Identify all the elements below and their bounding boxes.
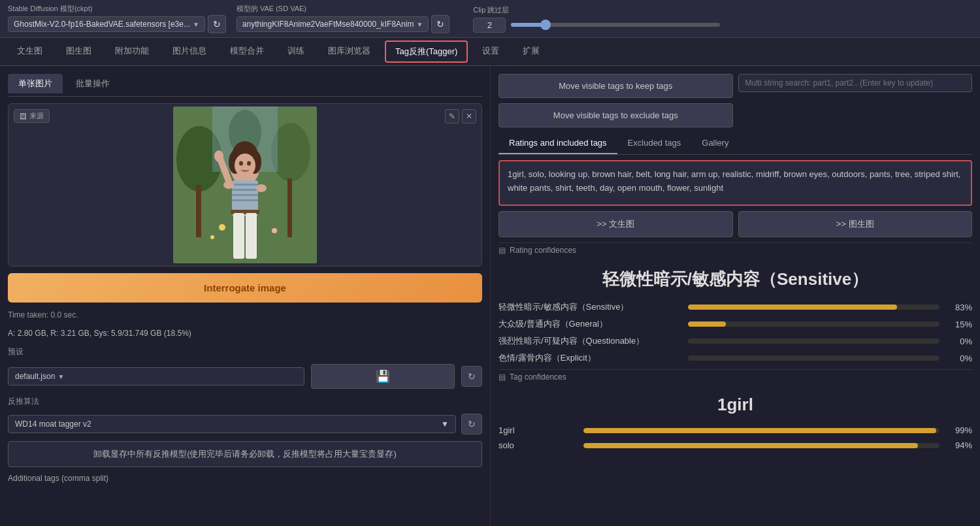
- search-input[interactable]: [738, 74, 973, 92]
- tag-conf-value-1girl: 99%: [946, 425, 972, 435]
- refresh-preset-btn[interactable]: ↻: [461, 366, 482, 387]
- vae-model-refresh-btn[interactable]: ↻: [431, 15, 449, 33]
- save-preset-btn[interactable]: 💾: [311, 364, 455, 389]
- interrogate-btn[interactable]: Interrogate image: [8, 273, 482, 303]
- tag-conf-track-1girl: [583, 428, 939, 433]
- search-col: [738, 74, 973, 92]
- tag-conf-1girl: 1girl 99%: [498, 425, 972, 435]
- clip-value[interactable]: 2: [473, 18, 506, 33]
- rating-track-explicit: [688, 355, 939, 361]
- rating-value-questionable: 0%: [946, 337, 972, 346]
- tab-pnginfo[interactable]: 图片信息: [161, 39, 218, 65]
- tags-tab-excluded[interactable]: Excluded tags: [617, 133, 692, 154]
- preset-row: default.json ▼ 💾 ↻: [8, 364, 482, 389]
- unload-btn[interactable]: 卸载显存中所有反推模型(使用完毕后请务必卸载，反推模型将占用大量宝贵显存): [8, 441, 482, 467]
- top-actions-row: Move visible tags to keep tags Move visi…: [498, 74, 972, 127]
- girl-svg: [173, 107, 317, 263]
- tab-gallery[interactable]: 图库浏览器: [316, 39, 382, 65]
- tags-content-box[interactable]: 1girl, solo, looking up, brown hair, bel…: [498, 160, 972, 206]
- sd-model-select[interactable]: GhostMix-V2.0-fp16-BakedVAE.safetensors …: [8, 16, 205, 32]
- tab-train[interactable]: 训练: [276, 39, 316, 65]
- vae-model-select[interactable]: anythingKIF8Anime2VaeFtMse840000_kIF8Ani…: [237, 16, 429, 32]
- image-controls: ✎ ✕: [445, 109, 476, 123]
- svg-rect-17: [232, 194, 258, 196]
- rating-label-questionable: 强烈性暗示/可疑内容（Questionable）: [498, 335, 681, 347]
- svg-rect-18: [232, 199, 258, 201]
- image-edit-btn[interactable]: ✎: [445, 109, 459, 123]
- rating-value-general: 15%: [946, 320, 972, 329]
- rating-confidences-header: ▤ Rating confidences: [498, 242, 972, 257]
- tab-tagger[interactable]: Tag反推(Tagger): [385, 41, 468, 63]
- svg-point-28: [210, 235, 214, 239]
- move-exclude-btn[interactable]: Move visible tags to exclude tags: [498, 103, 733, 127]
- to-prompt-btns: >> 文生图 >> 图生图: [498, 211, 972, 237]
- sd-model-section: Stable Diffusion 模型(ckpt) GhostMix-V2.0-…: [8, 4, 226, 33]
- nav-tabs: 文生图 图生图 附加功能 图片信息 模型合并 训练 图库浏览器 Tag反推(Ta…: [0, 38, 980, 66]
- svg-point-26: [219, 224, 225, 231]
- rating-value-explicit: 0%: [946, 353, 972, 363]
- main-content: 单张图片 批量操作 🖼 来源 ✎ ✕: [0, 66, 980, 526]
- tag-conf-bars: 1girl 99% solo 94%: [498, 425, 972, 450]
- tag-conf-label-solo: solo: [498, 440, 577, 450]
- rating-fill-general: [688, 321, 726, 327]
- svg-point-24: [214, 150, 223, 162]
- tag-section-icon: ▤: [498, 372, 506, 382]
- image-area[interactable]: 🖼 来源 ✎ ✕: [8, 103, 482, 267]
- rating-track-general: [688, 321, 939, 327]
- rating-title: 轻微性暗示/敏感内容（Sensitive）: [498, 263, 972, 296]
- move-keep-btn[interactable]: Move visible tags to keep tags: [498, 74, 733, 98]
- tag-confidence-title: 1girl: [498, 389, 972, 420]
- rating-label-general: 大众级/普通内容（General）: [498, 318, 681, 330]
- memory-info: A: 2.80 GB, R: 3.21 GB, Sys: 5.9/31.749 …: [8, 327, 482, 339]
- clip-slider-thumb[interactable]: [540, 20, 551, 30]
- preset-select[interactable]: default.json ▼: [8, 367, 304, 386]
- sd-model-label: Stable Diffusion 模型(ckpt): [8, 4, 226, 14]
- tab-settings[interactable]: 设置: [470, 39, 511, 65]
- image-icon: 🖼: [20, 112, 27, 120]
- sub-tabs: 单张图片 批量操作: [8, 74, 482, 97]
- tag-conf-fill-1girl: [583, 428, 936, 433]
- rating-bar-questionable: 强烈性暗示/可疑内容（Questionable） 0%: [498, 335, 972, 347]
- vae-model-row: anythingKIF8Anime2VaeFtMse840000_kIF8Ani…: [237, 15, 450, 33]
- tags-tab-gallery[interactable]: Gallery: [691, 133, 739, 154]
- clip-label: Clip 跳过层: [473, 5, 720, 15]
- sd-model-arrow-icon: ▼: [193, 21, 199, 28]
- svg-rect-21: [246, 213, 257, 259]
- tag-confidences-header: ▤ Tag confidences: [498, 369, 972, 384]
- sd-model-refresh-btn[interactable]: ↻: [208, 15, 226, 33]
- vae-model-arrow-icon: ▼: [416, 21, 423, 28]
- to-img2img-btn[interactable]: >> 图生图: [738, 211, 973, 237]
- tag-confidences-label: Tag confidences: [510, 372, 566, 382]
- tags-text: 1girl, solo, looking up, brown hair, bel…: [508, 169, 960, 193]
- clip-slider-track[interactable]: [511, 23, 720, 27]
- image-close-btn[interactable]: ✕: [462, 109, 476, 123]
- rating-track-sensitive: [688, 304, 939, 310]
- tab-extras[interactable]: 附加功能: [103, 39, 161, 65]
- rating-fill-sensitive: [688, 304, 897, 310]
- clip-slider-fill: [511, 23, 542, 27]
- rating-label-explicit: 色情/露骨内容（Explicit）: [498, 352, 681, 364]
- algo-row: WD14 moat tagger v2 ▼ ↻: [8, 414, 482, 435]
- right-panel: Move visible tags to keep tags Move visi…: [490, 66, 980, 526]
- rating-confidences-label: Rating confidences: [510, 246, 576, 255]
- tab-extensions[interactable]: 扩展: [511, 39, 551, 65]
- svg-rect-16: [232, 189, 258, 191]
- to-txt2img-btn[interactable]: >> 文生图: [498, 211, 733, 237]
- vae-model-value: anythingKIF8Anime2VaeFtMse840000_kIF8Ani…: [242, 20, 414, 29]
- sub-tab-batch[interactable]: 批量操作: [65, 74, 120, 93]
- tab-img2img[interactable]: 图生图: [54, 39, 103, 65]
- svg-point-27: [272, 228, 277, 233]
- tab-merge[interactable]: 模型合并: [218, 39, 276, 65]
- left-panel: 单张图片 批量操作 🖼 来源 ✎ ✕: [0, 66, 490, 526]
- tag-conf-value-solo: 94%: [946, 440, 972, 450]
- tags-tab-ratings[interactable]: Ratings and included tags: [498, 133, 617, 154]
- rating-bar-general: 大众级/普通内容（General） 15%: [498, 318, 972, 330]
- algo-select[interactable]: WD14 moat tagger v2 ▼: [8, 415, 456, 433]
- vae-model-label: 模型的 VAE (SD VAE): [237, 4, 450, 14]
- svg-point-13: [247, 161, 251, 166]
- tab-txt2img[interactable]: 文生图: [5, 39, 54, 65]
- refresh-algo-btn[interactable]: ↻: [461, 414, 482, 435]
- sub-tab-single[interactable]: 单张图片: [8, 74, 63, 93]
- preset-label: 预设: [8, 346, 482, 357]
- svg-rect-5: [287, 178, 292, 237]
